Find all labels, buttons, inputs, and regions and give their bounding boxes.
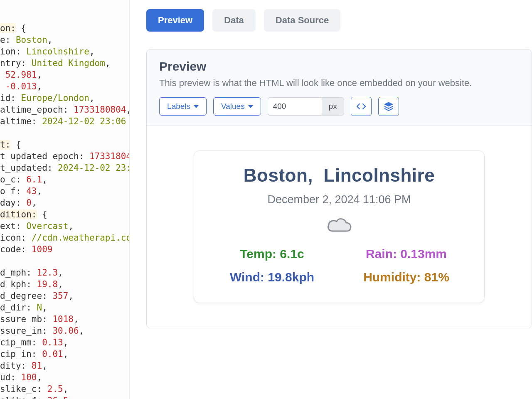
width-input[interactable] [268,97,322,116]
labels-dropdown[interactable]: Labels [159,97,207,116]
preview-title: Preview [159,59,519,74]
json-key: t: [0,140,10,150]
weather-wind: Wind: 19.8kph [209,270,335,284]
json-key: o_f: [0,186,21,196]
json-key: dition: [0,209,37,219]
chevron-down-icon [248,105,253,108]
json-number: -0.013 [0,81,37,91]
preview-header: Preview This preview is what the HTML wi… [147,49,532,126]
json-key: slike_f: [0,396,42,399]
json-key: slike_c: [0,384,42,394]
weather-datetime: December 2, 2024 11:06 PM [209,193,469,206]
width-input-group: px [268,97,344,116]
tab-datasource[interactable]: Data Source [264,9,340,32]
json-key: dity: [0,361,26,371]
preview-body: Boston, Lincolnshire December 2, 2024 11… [147,126,532,328]
svg-marker-0 [384,102,393,106]
width-unit-label: px [322,97,344,116]
preview-subtitle: This preview is what the HTML will look … [159,78,519,89]
weather-location: Boston, Lincolnshire [209,165,469,186]
json-key: altime_epoch: [0,105,68,115]
values-dropdown[interactable]: Values [213,97,261,116]
json-key: d_mph: [0,268,32,278]
weather-condition-icon-wrap [209,214,469,235]
weather-stats-grid: Temp: 6.1c Rain: 0.13mm Wind: 19.8kph Hu… [209,247,469,284]
json-key: day: [0,198,21,208]
code-icon [356,102,366,111]
weather-region: Lincolnshire [324,165,435,185]
json-key: cip_mm: [0,337,37,347]
json-key: d_kph: [0,279,32,289]
show-code-button[interactable] [351,97,372,116]
layers-button[interactable] [378,97,399,116]
json-key: o_c: [0,175,21,185]
weather-temp: Temp: 6.1c [209,247,335,261]
json-key: cip_in: [0,349,37,359]
chevron-down-icon [194,105,199,108]
weather-city: Boston, [244,165,313,185]
preview-box: Preview This preview is what the HTML wi… [146,49,532,328]
json-key: ssure_in: [0,326,47,336]
json-key: ext: [0,221,21,231]
json-key: altime: [0,116,37,126]
json-key: on: [0,23,16,33]
tab-data[interactable]: Data [212,9,256,32]
layers-icon [384,102,394,111]
json-key: e: [0,35,10,45]
json-key: ud: [0,372,16,382]
json-key: icon: [0,233,26,243]
json-source-panel: on: { e: Boston, ion: Lincolnshire, ntry… [0,0,130,399]
json-key: t_updated: [0,163,52,173]
json-key: d_degree: [0,291,47,301]
weather-humidity: Humidity: 81% [343,270,469,284]
weather-card: Boston, Lincolnshire December 2, 2024 11… [194,150,485,303]
tab-preview[interactable]: Preview [146,9,204,32]
json-key: ion: [0,47,21,57]
cloud-icon [325,214,354,235]
json-number: 52.981 [0,70,37,80]
tab-bar: Preview Data Data Source [146,0,532,32]
json-key: code: [0,244,26,254]
json-key: ssure_mb: [0,314,47,324]
preview-toolbar: Labels Values px [159,97,519,116]
json-key: d_dir: [0,303,32,313]
right-panel: Preview Data Data Source Preview This pr… [130,0,532,399]
weather-rain: Rain: 0.13mm [343,247,469,261]
json-key: t_updated_epoch: [0,151,84,161]
labels-dropdown-label: Labels [167,102,190,111]
json-key: id: [0,93,16,103]
values-dropdown-label: Values [221,102,245,111]
json-key: ntry: [0,58,26,68]
